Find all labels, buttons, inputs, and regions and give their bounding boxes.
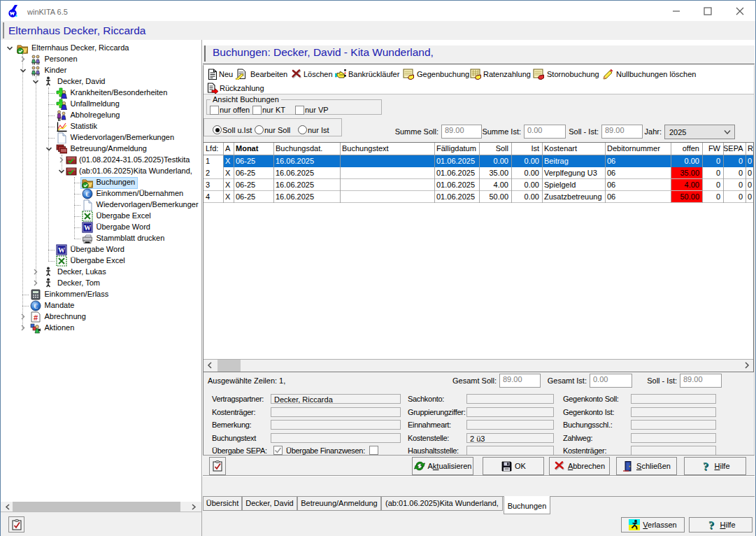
svg-text:#: # (33, 313, 37, 322)
svg-text:?: ? (708, 519, 714, 530)
svg-text:W: W (84, 224, 91, 232)
svg-text:?: ? (703, 460, 708, 472)
svg-text:W: W (58, 246, 65, 254)
svg-text:€: € (85, 190, 90, 198)
svg-text:€: € (34, 302, 38, 310)
